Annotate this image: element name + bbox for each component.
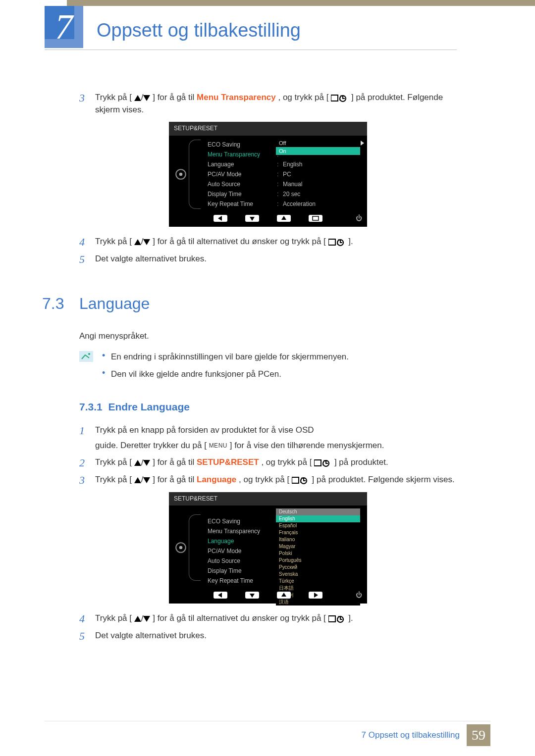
step-3b: 3 Trykk på [ / ] for å gå til Language ,…: [79, 474, 457, 486]
svg-marker-20: [281, 593, 286, 597]
osd-value: Acceleration: [281, 199, 365, 209]
step-number: 3: [79, 92, 95, 116]
step-1b: 1 Trykk på en knapp på forsiden av produ…: [79, 424, 457, 452]
text: , og trykk på [: [261, 457, 312, 467]
nav-up-icon: [277, 215, 291, 222]
svg-marker-6: [281, 216, 286, 220]
subhead-number: 7.3.1: [79, 401, 103, 412]
nav-down-icon: [245, 215, 259, 222]
osd-colon: :: [277, 159, 281, 169]
osd-value: PC: [281, 169, 365, 179]
osd-colon: :: [277, 169, 281, 179]
rect-enter-icon: /: [331, 92, 349, 104]
osd-dropdown: OffOn: [276, 139, 360, 155]
step-4a: 4 Trykk på [ / ] for å gå til alternativ…: [79, 236, 457, 248]
nav-enter-icon: [309, 215, 322, 222]
osd-language-option: Русский: [276, 564, 360, 571]
osd-label: Language: [208, 159, 277, 169]
up-down-icon: /: [134, 474, 151, 486]
step-5a: 5 Det valgte alternativet brukes.: [79, 253, 457, 265]
step-body: Trykk på [ / ] for å gå til alternativet…: [95, 612, 457, 625]
osd-label: Menu Transparency: [208, 526, 277, 536]
svg-rect-10: [79, 351, 93, 362]
osd-label: ECO Saving: [208, 516, 277, 526]
power-icon: ⏻: [356, 591, 362, 600]
osd-title: SETUP&RESET: [169, 492, 367, 505]
up-down-icon: /: [134, 613, 151, 625]
osd-colon: :: [277, 199, 281, 209]
osd-language: SETUP&RESET ECO Saving:Menu Transparency…: [169, 492, 367, 604]
arrow-right-icon: [361, 141, 364, 146]
note-body: En endring i språkinnstillingen vil bare…: [102, 351, 349, 385]
power-icon: ⏻: [356, 214, 362, 223]
section-intro: Angi menyspråket.: [79, 330, 457, 343]
text: ] for å vise den tilhørende menyskjermen…: [230, 441, 384, 450]
gear-icon: [174, 167, 188, 181]
osd-value: Manual: [281, 179, 365, 189]
triangle-up-icon: [134, 616, 141, 622]
step-number: 1: [79, 424, 95, 452]
osd-bracket: [189, 140, 201, 209]
subheading-7-3-1: 7.3.1 Endre Language: [79, 400, 457, 414]
text: guide. Deretter trykker du på [: [95, 441, 207, 450]
text: Trykk på [: [95, 475, 132, 484]
osd-label: Auto Source: [208, 556, 277, 566]
svg-point-17: [179, 546, 183, 550]
svg-rect-0: [331, 95, 338, 101]
triangle-up-icon: [134, 95, 141, 101]
osd-language-option: Magyar: [276, 543, 360, 550]
up-down-icon: /: [134, 92, 151, 104]
svg-rect-8: [328, 239, 335, 245]
step-number: 3: [79, 474, 95, 486]
triangle-down-icon: [143, 616, 150, 622]
note-item: Den vil ikke gjelde andre funksjoner på …: [102, 368, 349, 381]
step-number: 5: [79, 630, 95, 642]
osd-row: Display Time:20 sec: [208, 189, 365, 199]
nav-down-icon: [245, 592, 259, 599]
svg-marker-19: [250, 594, 255, 598]
text: ] for å gå til alternativet du ønsker og…: [153, 613, 326, 623]
osd-option: Off: [276, 139, 360, 147]
up-down-icon: /: [134, 236, 151, 248]
title-rule: [45, 50, 457, 50]
footer-rule: [45, 721, 490, 721]
chapter-title: Oppsett og tilbakestilling: [97, 20, 301, 41]
step-4b: 4 Trykk på [ / ] for å gå til alternativ…: [79, 612, 457, 625]
page-number: 59: [467, 724, 490, 746]
osd-label: Menu Transparency: [208, 150, 277, 159]
rect-enter-icon: /: [328, 236, 346, 248]
svg-marker-21: [314, 593, 318, 598]
step-3a: 3 Trykk på [ / ] for å gå til Menu Trans…: [79, 92, 457, 116]
osd-language-option: Türkçe: [276, 578, 360, 585]
osd-title: SETUP&RESET: [169, 122, 367, 135]
step-body: Det valgte alternativet brukes.: [95, 630, 457, 642]
highlight-menu-transparency: Menu Transparency: [197, 93, 276, 102]
osd-value: English: [281, 159, 365, 169]
step-5b: 5 Det valgte alternativet brukes.: [79, 630, 457, 642]
nav-right-icon: [309, 592, 322, 599]
osd-label: Key Repeat Time: [208, 576, 277, 586]
gear-icon: [174, 541, 188, 554]
osd-row: Auto Source:Manual: [208, 179, 365, 189]
osd-bracket: [189, 514, 201, 581]
svg-marker-18: [218, 593, 222, 598]
osd-colon: :: [277, 179, 281, 189]
text: , og trykk på [: [239, 475, 289, 484]
osd-label: Display Time: [208, 566, 277, 576]
text: ].: [348, 613, 353, 623]
nav-left-icon: [214, 592, 227, 599]
osd-language-option: Português: [276, 557, 360, 564]
svg-marker-4: [218, 216, 222, 221]
text: ] for å gå til: [153, 93, 197, 102]
osd-colon: :: [277, 189, 281, 199]
text: , og trykk på [: [278, 93, 328, 102]
svg-rect-12: [314, 460, 321, 466]
text: ].: [348, 237, 353, 246]
svg-point-3: [179, 173, 183, 176]
osd-language-option: Español: [276, 522, 360, 529]
step-number: 5: [79, 253, 95, 265]
svg-rect-22: [328, 616, 335, 622]
nav-left-icon: [214, 215, 227, 222]
menu-label: MENU: [209, 442, 227, 450]
text: ] for å gå til: [153, 457, 197, 467]
